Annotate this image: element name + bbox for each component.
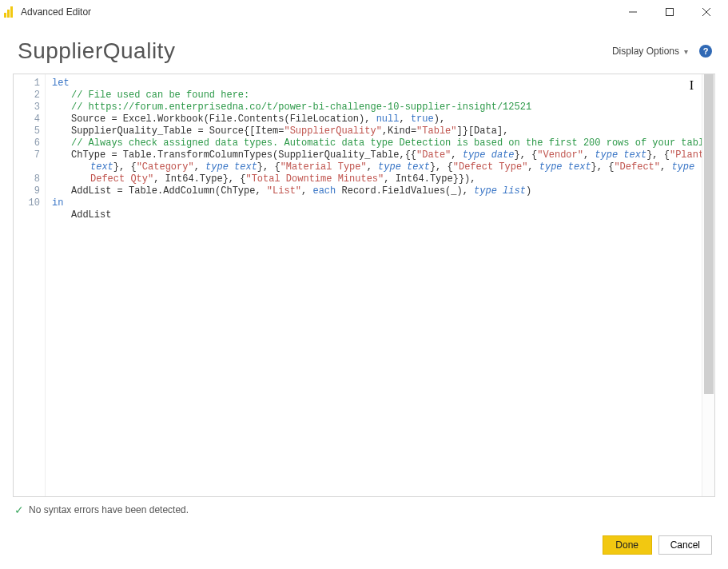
header-row: SupplierQuality Display Options ▾ ? <box>0 24 728 74</box>
display-options-dropdown[interactable]: Display Options ▾ <box>612 46 688 57</box>
svg-rect-4 <box>666 9 674 16</box>
footer-buttons: Done Cancel <box>603 535 712 555</box>
chevron-down-icon: ▾ <box>684 47 688 56</box>
line-number-gutter: 1 2 3 4 5 6 7 8 9 10 <box>14 74 46 496</box>
done-button[interactable]: Done <box>603 535 652 555</box>
svg-rect-1 <box>7 10 10 18</box>
vertical-scrollbar[interactable] <box>702 74 714 496</box>
cancel-button[interactable]: Cancel <box>658 535 712 555</box>
scrollbar-thumb[interactable] <box>704 74 714 394</box>
check-icon: ✓ <box>14 503 24 516</box>
status-bar: ✓ No syntax errors have been detected. <box>0 497 728 516</box>
query-name: SupplierQuality <box>18 38 612 64</box>
svg-rect-0 <box>4 13 6 18</box>
close-button[interactable] <box>688 0 725 24</box>
maximize-button[interactable] <box>651 0 688 24</box>
code-content[interactable]: I let // File used can be found here: //… <box>46 74 702 496</box>
app-icon <box>3 6 16 18</box>
display-options-label: Display Options <box>612 46 679 57</box>
help-icon[interactable]: ? <box>699 45 712 58</box>
code-editor[interactable]: 1 2 3 4 5 6 7 8 9 10 I let // File used … <box>13 74 715 497</box>
svg-rect-2 <box>10 6 13 18</box>
text-cursor-icon: I <box>690 79 694 91</box>
status-message: No syntax errors have been detected. <box>29 504 189 515</box>
window-title: Advanced Editor <box>21 6 91 18</box>
minimize-button[interactable] <box>615 0 651 24</box>
window-controls <box>615 0 725 24</box>
titlebar: Advanced Editor <box>0 0 728 24</box>
